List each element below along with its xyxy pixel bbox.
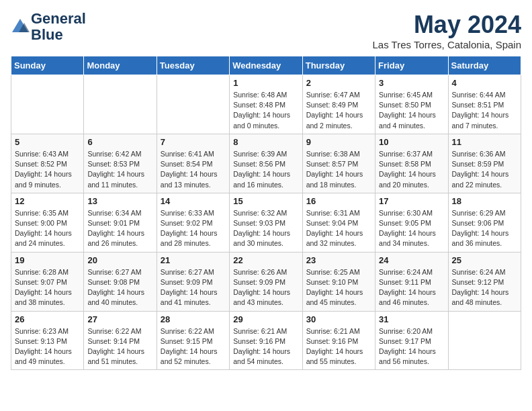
month-title: May 2024 — [372, 11, 521, 39]
calendar-cell: 8Sunrise: 6:39 AMSunset: 8:56 PMDaylight… — [230, 134, 302, 193]
day-number: 13 — [87, 196, 152, 206]
weekday-header-saturday: Saturday — [448, 56, 521, 75]
day-info: Sunrise: 6:25 AMSunset: 9:10 PMDaylight:… — [306, 267, 371, 308]
logo-text: General Blue — [31, 11, 86, 43]
weekday-header-friday: Friday — [375, 56, 448, 75]
calendar-cell: 31Sunrise: 6:20 AMSunset: 9:17 PMDayligh… — [375, 311, 448, 370]
day-number: 9 — [306, 137, 371, 147]
calendar-cell: 16Sunrise: 6:31 AMSunset: 9:04 PMDayligh… — [302, 193, 375, 252]
day-info: Sunrise: 6:24 AMSunset: 9:11 PMDaylight:… — [379, 267, 444, 308]
day-number: 28 — [161, 314, 226, 324]
calendar-cell: 17Sunrise: 6:30 AMSunset: 9:05 PMDayligh… — [375, 193, 448, 252]
day-number: 25 — [452, 255, 517, 265]
day-info: Sunrise: 6:39 AMSunset: 8:56 PMDaylight:… — [233, 149, 298, 190]
day-info: Sunrise: 6:31 AMSunset: 9:04 PMDaylight:… — [306, 208, 371, 249]
calendar-cell — [157, 75, 229, 134]
day-number: 12 — [15, 196, 80, 206]
day-info: Sunrise: 6:20 AMSunset: 9:17 PMDaylight:… — [379, 326, 444, 367]
calendar-cell — [11, 75, 84, 134]
weekday-header-sunday: Sunday — [11, 56, 84, 75]
day-info: Sunrise: 6:47 AMSunset: 8:49 PMDaylight:… — [306, 90, 371, 131]
calendar-cell: 14Sunrise: 6:33 AMSunset: 9:02 PMDayligh… — [157, 193, 229, 252]
calendar-week-1: 1Sunrise: 6:48 AMSunset: 8:48 PMDaylight… — [11, 75, 521, 134]
calendar-cell: 28Sunrise: 6:22 AMSunset: 9:15 PMDayligh… — [157, 311, 229, 370]
calendar-week-2: 5Sunrise: 6:43 AMSunset: 8:52 PMDaylight… — [11, 134, 521, 193]
day-number: 14 — [161, 196, 226, 206]
day-info: Sunrise: 6:34 AMSunset: 9:01 PMDaylight:… — [87, 208, 152, 249]
calendar-cell: 10Sunrise: 6:37 AMSunset: 8:58 PMDayligh… — [375, 134, 448, 193]
day-info: Sunrise: 6:26 AMSunset: 9:09 PMDaylight:… — [233, 267, 298, 308]
day-number: 11 — [452, 137, 517, 147]
calendar-cell: 6Sunrise: 6:42 AMSunset: 8:53 PMDaylight… — [84, 134, 157, 193]
calendar-cell: 24Sunrise: 6:24 AMSunset: 9:11 PMDayligh… — [375, 252, 448, 311]
day-info: Sunrise: 6:44 AMSunset: 8:51 PMDaylight:… — [452, 90, 517, 131]
day-info: Sunrise: 6:41 AMSunset: 8:54 PMDaylight:… — [161, 149, 226, 190]
day-number: 8 — [233, 137, 298, 147]
weekday-header-thursday: Thursday — [302, 56, 375, 75]
day-number: 27 — [87, 314, 152, 324]
day-info: Sunrise: 6:35 AMSunset: 9:00 PMDaylight:… — [15, 208, 80, 249]
calendar-week-3: 12Sunrise: 6:35 AMSunset: 9:00 PMDayligh… — [11, 193, 521, 252]
calendar-week-4: 19Sunrise: 6:28 AMSunset: 9:07 PMDayligh… — [11, 252, 521, 311]
logo-line2: Blue — [31, 27, 86, 43]
calendar-cell: 1Sunrise: 6:48 AMSunset: 8:48 PMDaylight… — [230, 75, 302, 134]
day-number: 30 — [306, 314, 371, 324]
calendar-cell: 20Sunrise: 6:27 AMSunset: 9:08 PMDayligh… — [84, 252, 157, 311]
logo-icon — [11, 17, 30, 36]
day-info: Sunrise: 6:45 AMSunset: 8:50 PMDaylight:… — [379, 90, 444, 131]
day-info: Sunrise: 6:30 AMSunset: 9:05 PMDaylight:… — [379, 208, 444, 249]
calendar-cell: 15Sunrise: 6:32 AMSunset: 9:03 PMDayligh… — [230, 193, 302, 252]
weekday-header-monday: Monday — [84, 56, 157, 75]
logo: General Blue — [11, 11, 86, 43]
day-number: 10 — [379, 137, 444, 147]
day-number: 20 — [87, 255, 152, 265]
day-info: Sunrise: 6:28 AMSunset: 9:07 PMDaylight:… — [15, 267, 80, 308]
day-info: Sunrise: 6:27 AMSunset: 9:09 PMDaylight:… — [161, 267, 226, 308]
day-number: 23 — [306, 255, 371, 265]
calendar-cell — [84, 75, 157, 134]
calendar-cell: 7Sunrise: 6:41 AMSunset: 8:54 PMDaylight… — [157, 134, 229, 193]
day-info: Sunrise: 6:29 AMSunset: 9:06 PMDaylight:… — [452, 208, 517, 249]
page-header: General Blue May 2024 Las Tres Torres, C… — [11, 11, 521, 50]
calendar-cell: 12Sunrise: 6:35 AMSunset: 9:00 PMDayligh… — [11, 193, 84, 252]
calendar-cell: 21Sunrise: 6:27 AMSunset: 9:09 PMDayligh… — [157, 252, 229, 311]
day-number: 1 — [233, 78, 298, 88]
day-info: Sunrise: 6:24 AMSunset: 9:12 PMDaylight:… — [452, 267, 517, 308]
day-info: Sunrise: 6:42 AMSunset: 8:53 PMDaylight:… — [87, 149, 152, 190]
calendar-body: 1Sunrise: 6:48 AMSunset: 8:48 PMDaylight… — [11, 75, 521, 370]
calendar-cell: 11Sunrise: 6:36 AMSunset: 8:59 PMDayligh… — [448, 134, 521, 193]
day-info: Sunrise: 6:43 AMSunset: 8:52 PMDaylight:… — [15, 149, 80, 190]
weekday-header-tuesday: Tuesday — [157, 56, 229, 75]
calendar-cell: 26Sunrise: 6:23 AMSunset: 9:13 PMDayligh… — [11, 311, 84, 370]
calendar-cell — [448, 311, 521, 370]
day-number: 2 — [306, 78, 371, 88]
calendar-cell: 22Sunrise: 6:26 AMSunset: 9:09 PMDayligh… — [230, 252, 302, 311]
day-number: 5 — [15, 137, 80, 147]
day-number: 24 — [379, 255, 444, 265]
day-info: Sunrise: 6:32 AMSunset: 9:03 PMDaylight:… — [233, 208, 298, 249]
calendar-cell: 4Sunrise: 6:44 AMSunset: 8:51 PMDaylight… — [448, 75, 521, 134]
day-number: 26 — [15, 314, 80, 324]
calendar-cell: 13Sunrise: 6:34 AMSunset: 9:01 PMDayligh… — [84, 193, 157, 252]
location: Las Tres Torres, Catalonia, Spain — [372, 39, 521, 50]
calendar-cell: 30Sunrise: 6:21 AMSunset: 9:16 PMDayligh… — [302, 311, 375, 370]
calendar-cell: 29Sunrise: 6:21 AMSunset: 9:16 PMDayligh… — [230, 311, 302, 370]
calendar-cell: 23Sunrise: 6:25 AMSunset: 9:10 PMDayligh… — [302, 252, 375, 311]
day-number: 19 — [15, 255, 80, 265]
calendar-cell: 18Sunrise: 6:29 AMSunset: 9:06 PMDayligh… — [448, 193, 521, 252]
day-info: Sunrise: 6:48 AMSunset: 8:48 PMDaylight:… — [233, 90, 298, 131]
calendar-cell: 2Sunrise: 6:47 AMSunset: 8:49 PMDaylight… — [302, 75, 375, 134]
day-number: 15 — [233, 196, 298, 206]
weekday-header-row: SundayMondayTuesdayWednesdayThursdayFrid… — [11, 56, 521, 75]
day-info: Sunrise: 6:37 AMSunset: 8:58 PMDaylight:… — [379, 149, 444, 190]
day-number: 3 — [379, 78, 444, 88]
day-number: 6 — [87, 137, 152, 147]
day-info: Sunrise: 6:23 AMSunset: 9:13 PMDaylight:… — [15, 326, 80, 367]
day-info: Sunrise: 6:36 AMSunset: 8:59 PMDaylight:… — [452, 149, 517, 190]
day-number: 16 — [306, 196, 371, 206]
calendar-table: SundayMondayTuesdayWednesdayThursdayFrid… — [11, 56, 521, 370]
logo-line1: General — [31, 11, 86, 27]
calendar-cell: 3Sunrise: 6:45 AMSunset: 8:50 PMDaylight… — [375, 75, 448, 134]
day-info: Sunrise: 6:21 AMSunset: 9:16 PMDaylight:… — [233, 326, 298, 367]
calendar-cell: 5Sunrise: 6:43 AMSunset: 8:52 PMDaylight… — [11, 134, 84, 193]
